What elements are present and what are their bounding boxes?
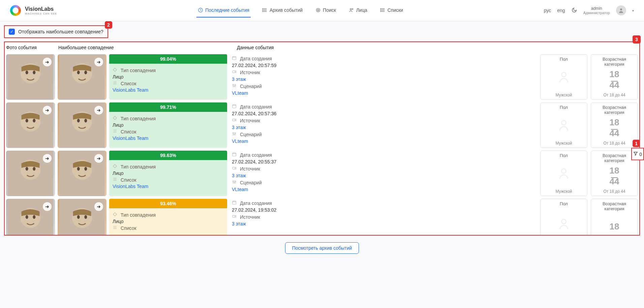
col-best-match: Наибольшее совпадение <box>58 45 237 50</box>
event-photo-thumb[interactable]: ➜ <box>6 54 55 100</box>
svg-point-15 <box>33 71 35 74</box>
gender-title: Пол <box>546 153 582 158</box>
svg-point-10 <box>380 11 380 11</box>
match-type-label: Тип совпадения <box>121 212 156 218</box>
match-photo-thumb[interactable]: ➜ <box>58 199 106 235</box>
nav-search[interactable]: Поиск <box>314 3 337 18</box>
svg-point-23 <box>234 86 235 87</box>
svg-rect-49 <box>233 167 235 169</box>
match-details-column: 99.04% Тип совпадения Лицо Список Vision… <box>109 54 227 100</box>
people-icon <box>349 7 354 13</box>
svg-point-24 <box>235 85 236 86</box>
age-title: Возрастная категория <box>596 57 632 67</box>
svg-point-56 <box>26 215 28 219</box>
lang-eng[interactable]: eng <box>557 8 565 13</box>
svg-rect-34 <box>233 105 236 108</box>
match-type-value: Лицо <box>113 74 124 80</box>
header-right: рус eng admin Администратор ▾ <box>544 5 634 16</box>
page-footer: Посмотреть архив событий <box>0 239 644 257</box>
age-top: 18 <box>596 165 632 176</box>
expand-icon[interactable]: ➜ <box>94 106 103 115</box>
age-title: Возрастная категория <box>596 105 632 115</box>
nav-item-label: Архив событий <box>270 7 303 13</box>
nav-latest-events[interactable]: Последние события <box>196 3 251 18</box>
match-details-column: 99.63% Тип совпадения Лицо Список Vision… <box>109 151 227 196</box>
source-value[interactable]: 3 этаж <box>232 221 246 226</box>
view-archive-button[interactable]: Посмотреть архив событий <box>285 242 359 254</box>
gender-title: Пол <box>546 57 582 62</box>
list-icon <box>113 225 118 231</box>
age-title: Возрастная категория <box>596 201 632 211</box>
svg-point-52 <box>235 181 236 182</box>
gender-value: Мужской <box>546 93 582 97</box>
event-data-column: Дата создания 27.02.2024, 19:53:02 Источ… <box>230 199 538 235</box>
filter-tab[interactable]: 0 <box>631 148 644 160</box>
expand-icon[interactable]: ➜ <box>94 58 103 66</box>
person-outline-icon <box>557 70 571 85</box>
list-value[interactable]: VisionLabs Team <box>113 184 148 189</box>
filter-icon <box>633 151 638 157</box>
app-header: VisionLabs MACHINES CAN SEE Последние со… <box>0 0 644 21</box>
expand-icon[interactable]: ➜ <box>43 106 52 115</box>
expand-icon[interactable]: ➜ <box>43 58 52 66</box>
expand-icon[interactable]: ➜ <box>43 202 52 211</box>
match-type-label: Тип совпадения <box>121 164 156 170</box>
event-photo-thumb[interactable]: ➜ <box>6 199 55 235</box>
svg-point-46 <box>77 167 80 171</box>
source-value[interactable]: 3 этаж <box>232 173 246 178</box>
chevron-down-icon[interactable]: ▾ <box>632 9 634 12</box>
match-percentage: 99.63% <box>109 151 227 160</box>
gender-title: Пол <box>546 201 582 206</box>
scenario-value[interactable]: VLteam <box>232 90 248 96</box>
expand-icon[interactable]: ➜ <box>94 154 103 163</box>
match-photo-thumb[interactable]: ➜ <box>58 54 106 100</box>
tag-icon <box>113 116 118 121</box>
source-value[interactable]: 3 этаж <box>232 76 246 82</box>
svg-point-7 <box>352 8 353 9</box>
source-label: Источник <box>240 70 260 75</box>
created-label: Дата создания <box>240 152 272 158</box>
gender-value: Мужской <box>546 141 582 146</box>
list-label: Список <box>121 225 136 231</box>
gender-card: Пол Мужской <box>540 151 587 196</box>
user-avatar-icon[interactable] <box>616 5 626 16</box>
camera-icon <box>232 214 237 220</box>
svg-point-5 <box>317 9 319 11</box>
clock-icon <box>198 7 203 13</box>
svg-rect-35 <box>233 119 235 121</box>
match-photo-thumb[interactable]: ➜ <box>58 151 106 196</box>
lang-rus[interactable]: рус <box>544 8 551 13</box>
user-role: Администратор <box>583 11 610 15</box>
nav-faces[interactable]: Лица <box>347 3 369 18</box>
match-type-value: Лицо <box>113 219 124 224</box>
svg-point-6 <box>350 8 351 10</box>
attribute-cards: Пол Возрастная категория 18 <box>540 199 638 235</box>
scenario-value[interactable]: VLteam <box>232 187 248 192</box>
nav-events-archive[interactable]: Архив событий <box>261 3 304 18</box>
sliders-icon <box>232 180 237 185</box>
event-photo-thumb[interactable]: ➜ <box>6 151 55 196</box>
source-value[interactable]: 3 этаж <box>232 125 246 130</box>
nav-lists[interactable]: Списки <box>379 3 404 18</box>
expand-icon[interactable]: ➜ <box>43 154 52 163</box>
scenario-value[interactable]: VLteam <box>232 138 248 144</box>
event-data-column: Дата создания 27.02.2024, 20:57:36 Источ… <box>230 102 538 148</box>
theme-toggle-icon[interactable] <box>571 7 577 14</box>
list-value[interactable]: VisionLabs Team <box>113 135 148 141</box>
svg-point-19 <box>84 71 87 74</box>
event-photo-thumb[interactable]: ➜ <box>6 102 55 148</box>
svg-point-36 <box>233 133 233 133</box>
tag-icon <box>113 212 118 218</box>
match-photo-thumb[interactable]: ➜ <box>58 102 106 148</box>
expand-icon[interactable]: ➜ <box>94 202 103 211</box>
gender-card: Пол Мужской <box>540 102 587 148</box>
list-value[interactable]: VisionLabs Team <box>113 87 148 93</box>
svg-point-8 <box>380 8 380 9</box>
svg-rect-20 <box>233 57 236 60</box>
svg-point-37 <box>234 134 235 135</box>
created-label: Дата создания <box>240 201 272 206</box>
age-card: Возрастная категория 18 <box>591 199 638 235</box>
svg-point-51 <box>234 182 235 183</box>
svg-rect-21 <box>233 71 235 73</box>
show-best-match-toggle[interactable]: ✓ Отображать наибольшее совпадение? <box>4 25 108 38</box>
